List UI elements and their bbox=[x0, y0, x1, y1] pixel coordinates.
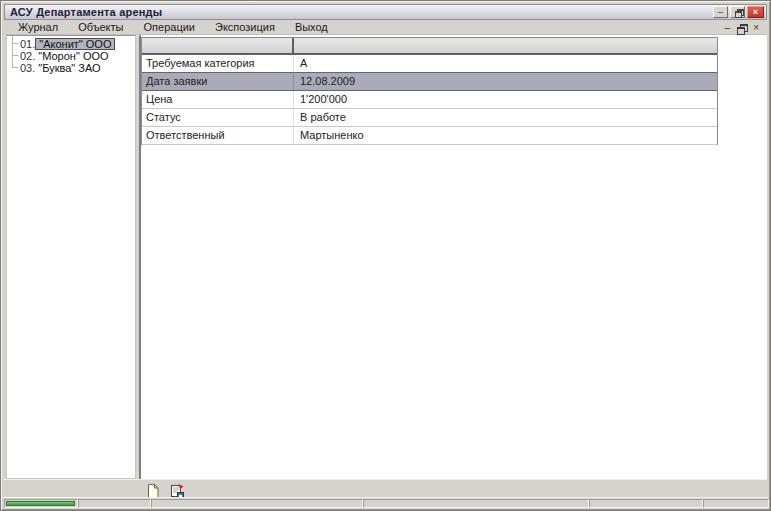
status-bar bbox=[3, 497, 768, 508]
mdi-restore-button[interactable] bbox=[737, 24, 746, 32]
menu-operacii[interactable]: Операции bbox=[134, 21, 205, 34]
tree-item-label[interactable]: "Морон" ООО bbox=[35, 50, 111, 62]
table-row-category[interactable]: Требуемая категория А bbox=[142, 55, 717, 73]
row-label: Цена bbox=[142, 91, 294, 108]
table-row-date[interactable]: Дата заявки 12.08.2009 bbox=[142, 72, 717, 91]
property-grid: Требуемая категория А Дата заявки 12.08.… bbox=[141, 37, 718, 145]
status-panel-progress bbox=[4, 499, 78, 508]
window-title: АСУ Департамента аренды bbox=[5, 6, 162, 18]
title-bar[interactable]: АСУ Департамента аренды – × bbox=[4, 4, 767, 20]
table-row-status[interactable]: Статус В работе bbox=[142, 109, 717, 127]
menu-ekspoziciya[interactable]: Экспозиция bbox=[205, 21, 285, 34]
menu-zhurnal[interactable]: Журнал bbox=[8, 21, 68, 34]
status-panel bbox=[151, 499, 363, 508]
tree-item-akonit[interactable]: 01. "Аконит" ООО bbox=[7, 38, 115, 50]
row-value: 1'200'000 bbox=[294, 91, 717, 108]
grid-header-col1 bbox=[142, 38, 294, 53]
row-label: Статус bbox=[142, 109, 294, 126]
tree-item-label[interactable]: "Буква" ЗАО bbox=[35, 62, 103, 74]
menu-bar: Журнал Объекты Операции Экспозиция Выход… bbox=[4, 21, 767, 35]
window-controls: – × bbox=[713, 6, 764, 18]
organizations-tree: 01. "Аконит" ООО 02. "Морон" ООО 03. "Бу… bbox=[6, 35, 136, 479]
tree-item-moron[interactable]: 02. "Морон" ООО bbox=[7, 50, 112, 62]
status-panel bbox=[589, 499, 703, 508]
table-row-price[interactable]: Цена 1'200'000 bbox=[142, 91, 717, 109]
details-panel: Требуемая категория А Дата заявки 12.08.… bbox=[141, 35, 767, 479]
row-label: Ответственный bbox=[142, 127, 294, 144]
status-panel bbox=[363, 499, 589, 508]
tree-item-number: 01. bbox=[18, 38, 35, 50]
grid-header-row bbox=[142, 38, 717, 55]
restore-button[interactable] bbox=[730, 6, 745, 18]
minimize-button[interactable]: – bbox=[713, 6, 728, 18]
row-value: В работе bbox=[294, 109, 717, 126]
tree-item-bukva[interactable]: 03. "Буква" ЗАО bbox=[7, 62, 104, 74]
mdi-window-controls: – × bbox=[725, 21, 759, 34]
mdi-close-button[interactable]: × bbox=[753, 22, 759, 34]
row-value: А bbox=[294, 55, 717, 72]
row-value: 12.08.2009 bbox=[294, 73, 717, 90]
grid-header-col2 bbox=[294, 38, 717, 53]
progress-bar bbox=[6, 501, 75, 506]
row-value: Мартыненко bbox=[294, 127, 717, 144]
mdi-minimize-button[interactable]: – bbox=[725, 22, 731, 34]
row-label: Требуемая категория bbox=[142, 55, 294, 72]
menu-vykhod[interactable]: Выход bbox=[285, 21, 338, 34]
row-label: Дата заявки bbox=[142, 73, 294, 90]
menu-obyekty[interactable]: Объекты bbox=[68, 21, 133, 34]
app-window: АСУ Департамента аренды – × Журнал Объек… bbox=[0, 0, 771, 511]
tree-item-number: 03. bbox=[18, 62, 35, 74]
status-panel bbox=[703, 499, 769, 508]
restore-icon bbox=[735, 9, 742, 15]
tree-item-number: 02. bbox=[18, 50, 35, 62]
tree-item-label[interactable]: "Аконит" ООО bbox=[35, 38, 115, 50]
table-row-responsible[interactable]: Ответственный Мартыненко bbox=[142, 127, 717, 145]
status-panel bbox=[78, 499, 151, 508]
close-button[interactable]: × bbox=[747, 6, 764, 18]
